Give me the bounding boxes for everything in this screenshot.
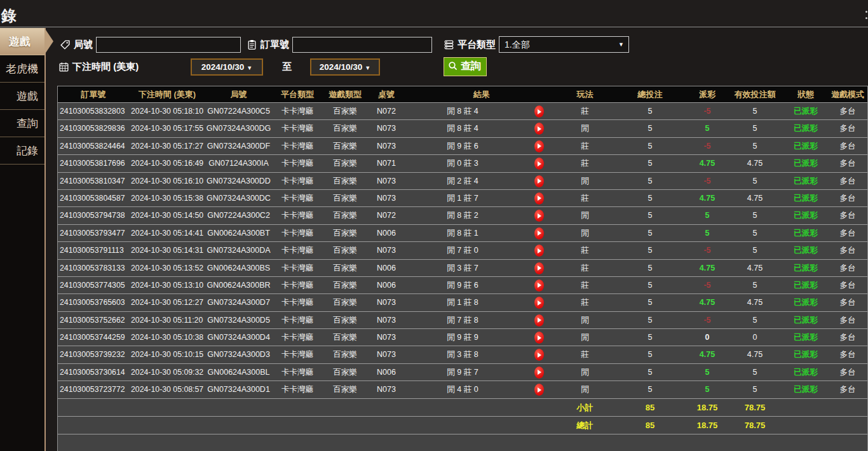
cell-bet-time: 2024-10-30 05:14:31 [129, 242, 205, 259]
cell-payout: 4.75 [688, 190, 726, 207]
cell-round-no: GN07324A300D1 [205, 381, 272, 398]
cell-game-mode: 多台 [828, 277, 867, 294]
sidebar-item-0[interactable]: 遊戲 [0, 28, 44, 55]
cell-round-no: GN07124A300IA [205, 155, 272, 172]
cell-order-no: 241030053752662 [58, 312, 129, 329]
cell-replay [520, 312, 558, 329]
cell-bet-time: 2024-10-30 05:10:15 [129, 346, 205, 363]
cell-payout: -5 [688, 138, 726, 155]
cell-total-bet: 5 [612, 103, 688, 120]
cell-game-type: 百家樂 [323, 346, 367, 363]
cell-order-no: 241030053791113 [58, 242, 129, 259]
replay-play-icon[interactable] [534, 384, 544, 396]
replay-play-icon[interactable] [534, 175, 544, 187]
replay-play-icon[interactable] [534, 123, 544, 135]
replay-play-icon[interactable] [534, 332, 544, 344]
cell-order-no: 241030053817696 [58, 155, 129, 172]
cell-game-type: 百家樂 [323, 207, 367, 224]
platform-type-select[interactable]: 1.全部 ▼ [499, 36, 629, 53]
edge-dot [865, 11, 867, 13]
replay-play-icon[interactable] [534, 227, 544, 239]
cell-round-no: GN07324A300DA [205, 242, 272, 259]
summary-valid-bet: 78.75 [726, 399, 783, 416]
round-no-input[interactable] [96, 37, 241, 53]
cell-total-bet: 5 [612, 277, 688, 294]
sidebar-item-3[interactable]: 查詢 [0, 110, 44, 137]
search-button[interactable]: 查詢 [444, 57, 487, 76]
cell-total-bet: 5 [612, 242, 688, 259]
round-no-label: 局號 [74, 39, 93, 51]
cell-result: 閒 3 莊 7 [405, 260, 520, 277]
summary-empty-cell [828, 417, 867, 434]
cell-result: 閒 1 莊 7 [405, 190, 520, 207]
cell-platform: 卡卡灣廳 [272, 346, 323, 363]
order-no-input[interactable] [292, 37, 432, 53]
cell-game-type: 百家樂 [323, 138, 367, 155]
chevron-down-icon: ▼ [365, 65, 370, 71]
sidebar-item-4[interactable]: 記錄 [0, 137, 44, 165]
replay-play-icon[interactable] [534, 297, 544, 309]
clipboard-icon [247, 39, 257, 50]
table-row: 241030053791113 2024-10-30 05:14:31 GN07… [58, 241, 867, 259]
sidebar-item-2[interactable]: 遊戲 [0, 83, 44, 110]
replay-play-icon[interactable] [534, 314, 544, 326]
cell-table-no: N073 [367, 242, 405, 259]
cell-bet-on: 閒 [558, 381, 612, 398]
replay-play-icon[interactable] [534, 105, 544, 118]
cell-valid-bet: 5 [726, 103, 783, 120]
cell-total-bet: 5 [612, 260, 688, 277]
cell-bet-on: 閒 [558, 207, 612, 224]
cell-status: 已派彩 [783, 138, 828, 155]
table-row: 241030053794738 2024-10-30 05:14:50 GN07… [58, 206, 867, 224]
cell-game-mode: 多台 [828, 120, 867, 137]
summary-label: 總計 [558, 417, 612, 434]
cell-order-no: 241030053774305 [58, 277, 129, 294]
cell-order-no: 241030053804587 [58, 190, 129, 207]
replay-play-icon[interactable] [534, 140, 544, 152]
date-from-picker[interactable]: 2024/10/30▼ [191, 58, 263, 76]
replay-play-icon[interactable] [534, 158, 544, 170]
replay-play-icon[interactable] [534, 367, 544, 379]
cell-table-no: N073 [367, 138, 405, 155]
cell-result: 閒 0 莊 3 [405, 155, 520, 172]
cell-status: 已派彩 [783, 364, 828, 381]
replay-play-icon[interactable] [534, 279, 544, 292]
column-header-9: 派彩 [688, 86, 726, 102]
replay-play-icon[interactable] [534, 262, 544, 274]
cell-bet-time: 2024-10-30 05:12:27 [129, 294, 205, 311]
platform-filter-group: 平台類型 1.全部 ▼ [444, 36, 629, 53]
cell-round-no: GN00624A300BS [205, 260, 272, 277]
cell-total-bet: 5 [612, 225, 688, 242]
cell-order-no: 241030053832803 [58, 103, 129, 120]
search-icon [448, 61, 459, 72]
sidebar-item-1[interactable]: 老虎機 [0, 55, 44, 83]
replay-play-icon[interactable] [534, 349, 544, 361]
replay-play-icon[interactable] [534, 192, 544, 205]
column-header-6: 結果 [405, 86, 558, 102]
cell-payout: 4.75 [688, 260, 726, 277]
search-button-label: 查詢 [461, 60, 481, 73]
date-from-value: 2024/10/30 [201, 62, 245, 72]
cell-platform: 卡卡灣廳 [272, 138, 323, 155]
cell-bet-on: 莊 [558, 346, 612, 363]
sidebar-item-label: 老虎機 [6, 55, 38, 83]
cell-bet-on: 莊 [558, 294, 612, 311]
table-row: 241030053832803 2024-10-30 05:18:10 GN07… [58, 102, 867, 119]
cell-game-mode: 多台 [828, 364, 867, 381]
edge-dot [865, 17, 867, 19]
cell-replay [520, 346, 558, 363]
cell-total-bet: 5 [612, 364, 688, 381]
cell-total-bet: 5 [612, 138, 688, 155]
table-body: 241030053832803 2024-10-30 05:18:10 GN07… [58, 102, 867, 398]
cell-game-mode: 多台 [828, 242, 867, 259]
column-header-12: 遊戲模式 [828, 86, 867, 102]
date-to-picker[interactable]: 2024/10/30▼ [310, 58, 380, 76]
order-filter-group: 訂單號 [247, 37, 432, 53]
replay-play-icon[interactable] [534, 210, 544, 222]
cell-table-no: N073 [367, 329, 405, 346]
summary-empty-cell [520, 399, 558, 416]
replay-play-icon[interactable] [534, 245, 544, 257]
cell-status: 已派彩 [783, 260, 828, 277]
summary-empty-cell [783, 399, 828, 416]
cell-order-no: 241030053723772 [58, 381, 129, 398]
